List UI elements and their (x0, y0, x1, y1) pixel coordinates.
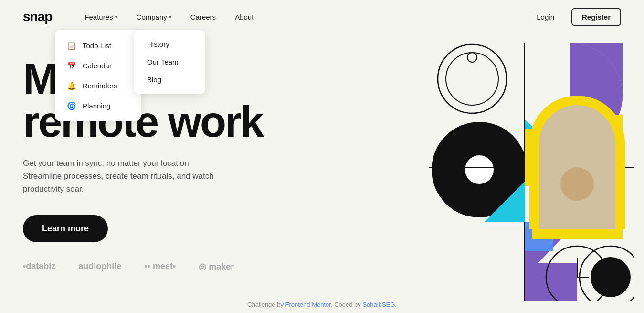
features-item-calendar[interactable]: 📅Calendar (59, 55, 137, 76)
todo-icon: 📋 (66, 40, 77, 51)
chevron-down-icon: ▾ (115, 14, 117, 20)
login-button[interactable]: Login (529, 9, 562, 25)
features-item-planning[interactable]: 🌀Planning (59, 96, 137, 116)
logo-audiophile: audiophile (78, 261, 121, 271)
nav-about[interactable]: About (225, 9, 263, 25)
svg-point-1 (446, 53, 498, 105)
features-dropdown: 📋Todo List📅Calendar🔔Reminders🌀Planning (55, 30, 141, 121)
planning-icon: 🌀 (66, 100, 77, 111)
features-item-reminders[interactable]: 🔔Reminders (59, 76, 137, 96)
hero-illustration (429, 33, 634, 301)
company-item-blog[interactable]: Blog (137, 71, 201, 88)
svg-point-6 (465, 155, 494, 184)
company-item-our-team[interactable]: Our Team (137, 53, 201, 71)
nav-links: Features ▾ Company ▾ Careers About (75, 9, 529, 25)
features-item-todo[interactable]: 📋Todo List (59, 35, 137, 55)
reminders-icon: 🔔 (66, 80, 77, 91)
nav-company[interactable]: Company ▾ (127, 9, 181, 25)
svg-marker-15 (525, 263, 577, 301)
navbar: snap Features ▾ Company ▾ Careers About … (0, 0, 644, 33)
logo[interactable]: snap (23, 9, 52, 24)
chevron-down-icon: ▾ (169, 14, 171, 20)
learn-more-button[interactable]: Learn more (23, 215, 108, 242)
footer-note: Challenge by Frontend Mentor. Coded by S… (247, 301, 397, 308)
svg-point-0 (438, 44, 507, 113)
nav-features[interactable]: Features ▾ (75, 9, 127, 25)
logo-maker: ◎ maker (199, 261, 234, 272)
hero-subtitle: Get your team in sync, no matter your lo… (23, 157, 228, 196)
nav-right: Login Register (529, 8, 621, 26)
author-link[interactable]: SohaibSEG (362, 301, 395, 308)
company-dropdown: HistoryOur TeamBlog (134, 30, 205, 94)
nav-careers[interactable]: Careers (181, 9, 225, 25)
logo-meet: •• meet• (144, 261, 176, 271)
logo-databiz: •databiz (23, 261, 55, 271)
calendar-icon: 📅 (66, 60, 77, 71)
svg-point-2 (467, 53, 477, 62)
svg-point-18 (591, 257, 631, 297)
company-item-history[interactable]: History (137, 35, 201, 53)
register-button[interactable]: Register (571, 8, 621, 26)
frontend-mentor-link[interactable]: Frontend Mentor (285, 301, 331, 308)
